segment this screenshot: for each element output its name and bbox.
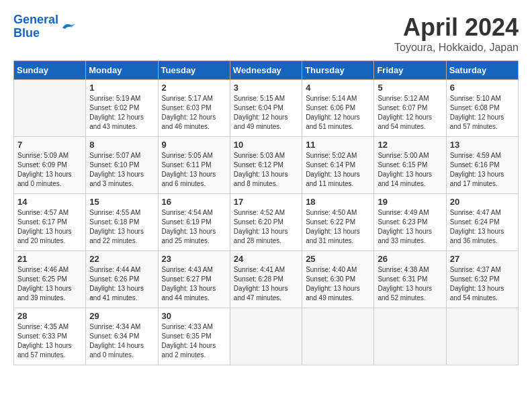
day-info: Sunrise: 5:10 AM Sunset: 6:08 PM Dayligh… bbox=[450, 94, 515, 132]
day-info: Sunrise: 5:19 AM Sunset: 6:02 PM Dayligh… bbox=[89, 94, 154, 132]
day-info: Sunrise: 4:54 AM Sunset: 6:19 PM Dayligh… bbox=[162, 208, 226, 246]
week-row-1: 1Sunrise: 5:19 AM Sunset: 6:02 PM Daylig… bbox=[14, 80, 519, 137]
col-header-wednesday: Wednesday bbox=[230, 61, 302, 80]
day-info: Sunrise: 4:47 AM Sunset: 6:24 PM Dayligh… bbox=[450, 208, 515, 246]
calendar-cell: 25Sunrise: 4:40 AM Sunset: 6:30 PM Dayli… bbox=[302, 251, 374, 308]
calendar-cell: 26Sunrise: 4:38 AM Sunset: 6:31 PM Dayli… bbox=[374, 251, 446, 308]
day-info: Sunrise: 4:38 AM Sunset: 6:31 PM Dayligh… bbox=[378, 265, 442, 303]
day-number: 24 bbox=[234, 254, 298, 264]
day-info: Sunrise: 5:05 AM Sunset: 6:11 PM Dayligh… bbox=[162, 151, 226, 189]
calendar-cell: 16Sunrise: 4:54 AM Sunset: 6:19 PM Dayli… bbox=[158, 194, 230, 251]
calendar-header: SundayMondayTuesdayWednesdayThursdayFrid… bbox=[14, 61, 519, 80]
col-header-monday: Monday bbox=[86, 61, 158, 80]
day-number: 19 bbox=[378, 197, 442, 207]
day-number: 25 bbox=[306, 254, 370, 264]
day-number: 8 bbox=[89, 140, 154, 150]
col-header-friday: Friday bbox=[374, 61, 446, 80]
day-number: 9 bbox=[162, 140, 226, 150]
day-number: 23 bbox=[162, 254, 226, 264]
calendar-cell: 29Sunrise: 4:34 AM Sunset: 6:34 PM Dayli… bbox=[86, 308, 158, 365]
col-header-tuesday: Tuesday bbox=[158, 61, 230, 80]
day-info: Sunrise: 4:57 AM Sunset: 6:17 PM Dayligh… bbox=[17, 208, 82, 246]
calendar-cell: 30Sunrise: 4:33 AM Sunset: 6:35 PM Dayli… bbox=[158, 308, 230, 365]
day-info: Sunrise: 5:17 AM Sunset: 6:03 PM Dayligh… bbox=[162, 94, 226, 132]
col-header-saturday: Saturday bbox=[446, 61, 518, 80]
logo: General Blue bbox=[13, 13, 76, 40]
day-info: Sunrise: 4:33 AM Sunset: 6:35 PM Dayligh… bbox=[162, 322, 226, 360]
day-number: 22 bbox=[89, 254, 154, 264]
day-info: Sunrise: 4:35 AM Sunset: 6:33 PM Dayligh… bbox=[17, 322, 82, 360]
calendar-cell bbox=[374, 308, 446, 365]
calendar-cell: 24Sunrise: 4:41 AM Sunset: 6:28 PM Dayli… bbox=[230, 251, 302, 308]
calendar-cell: 23Sunrise: 4:43 AM Sunset: 6:27 PM Dayli… bbox=[158, 251, 230, 308]
logo-text: General Blue bbox=[13, 13, 58, 40]
col-header-sunday: Sunday bbox=[14, 61, 86, 80]
location: Toyoura, Hokkaido, Japan bbox=[394, 42, 519, 54]
header-row: SundayMondayTuesdayWednesdayThursdayFrid… bbox=[14, 61, 519, 80]
day-info: Sunrise: 4:40 AM Sunset: 6:30 PM Dayligh… bbox=[306, 265, 370, 303]
day-info: Sunrise: 4:37 AM Sunset: 6:32 PM Dayligh… bbox=[450, 265, 515, 303]
day-info: Sunrise: 4:49 AM Sunset: 6:23 PM Dayligh… bbox=[378, 208, 442, 246]
day-number: 15 bbox=[89, 197, 154, 207]
calendar-cell: 28Sunrise: 4:35 AM Sunset: 6:33 PM Dayli… bbox=[14, 308, 86, 365]
calendar-cell: 12Sunrise: 5:00 AM Sunset: 6:15 PM Dayli… bbox=[374, 137, 446, 194]
calendar-cell: 22Sunrise: 4:44 AM Sunset: 6:26 PM Dayli… bbox=[86, 251, 158, 308]
calendar-table: SundayMondayTuesdayWednesdayThursdayFrid… bbox=[13, 60, 519, 365]
day-number: 26 bbox=[378, 254, 442, 264]
title-area: April 2024 Toyoura, Hokkaido, Japan bbox=[394, 13, 519, 54]
calendar-cell: 27Sunrise: 4:37 AM Sunset: 6:32 PM Dayli… bbox=[446, 251, 518, 308]
calendar-cell bbox=[230, 308, 302, 365]
week-row-2: 7Sunrise: 5:09 AM Sunset: 6:09 PM Daylig… bbox=[14, 137, 519, 194]
day-number: 6 bbox=[450, 83, 515, 93]
day-info: Sunrise: 4:41 AM Sunset: 6:28 PM Dayligh… bbox=[234, 265, 298, 303]
day-number: 20 bbox=[450, 197, 515, 207]
calendar-cell bbox=[302, 308, 374, 365]
day-info: Sunrise: 5:14 AM Sunset: 6:06 PM Dayligh… bbox=[306, 94, 370, 132]
day-info: Sunrise: 5:03 AM Sunset: 6:12 PM Dayligh… bbox=[234, 151, 298, 189]
calendar-cell: 14Sunrise: 4:57 AM Sunset: 6:17 PM Dayli… bbox=[14, 194, 86, 251]
day-number: 17 bbox=[234, 197, 298, 207]
page-header: General Blue April 2024 Toyoura, Hokkaid… bbox=[13, 13, 519, 54]
day-number: 12 bbox=[378, 140, 442, 150]
day-info: Sunrise: 4:55 AM Sunset: 6:18 PM Dayligh… bbox=[89, 208, 154, 246]
week-row-5: 28Sunrise: 4:35 AM Sunset: 6:33 PM Dayli… bbox=[14, 308, 519, 365]
day-info: Sunrise: 4:59 AM Sunset: 6:16 PM Dayligh… bbox=[450, 151, 515, 189]
day-number: 11 bbox=[306, 140, 370, 150]
day-number: 13 bbox=[450, 140, 515, 150]
calendar-cell: 6Sunrise: 5:10 AM Sunset: 6:08 PM Daylig… bbox=[446, 80, 518, 137]
calendar-cell: 9Sunrise: 5:05 AM Sunset: 6:11 PM Daylig… bbox=[158, 137, 230, 194]
calendar-cell: 5Sunrise: 5:12 AM Sunset: 6:07 PM Daylig… bbox=[374, 80, 446, 137]
day-info: Sunrise: 4:43 AM Sunset: 6:27 PM Dayligh… bbox=[162, 265, 226, 303]
calendar-cell: 1Sunrise: 5:19 AM Sunset: 6:02 PM Daylig… bbox=[86, 80, 158, 137]
week-row-4: 21Sunrise: 4:46 AM Sunset: 6:25 PM Dayli… bbox=[14, 251, 519, 308]
day-info: Sunrise: 4:34 AM Sunset: 6:34 PM Dayligh… bbox=[89, 322, 154, 360]
day-number: 30 bbox=[162, 311, 226, 321]
day-info: Sunrise: 4:46 AM Sunset: 6:25 PM Dayligh… bbox=[17, 265, 82, 303]
day-number: 18 bbox=[306, 197, 370, 207]
calendar-cell: 2Sunrise: 5:17 AM Sunset: 6:03 PM Daylig… bbox=[158, 80, 230, 137]
day-info: Sunrise: 5:07 AM Sunset: 6:10 PM Dayligh… bbox=[89, 151, 154, 189]
calendar-cell: 11Sunrise: 5:02 AM Sunset: 6:14 PM Dayli… bbox=[302, 137, 374, 194]
day-info: Sunrise: 5:02 AM Sunset: 6:14 PM Dayligh… bbox=[306, 151, 370, 189]
day-info: Sunrise: 5:09 AM Sunset: 6:09 PM Dayligh… bbox=[17, 151, 82, 189]
day-number: 3 bbox=[234, 83, 298, 93]
day-info: Sunrise: 4:44 AM Sunset: 6:26 PM Dayligh… bbox=[89, 265, 154, 303]
calendar-cell: 17Sunrise: 4:52 AM Sunset: 6:20 PM Dayli… bbox=[230, 194, 302, 251]
calendar-body: 1Sunrise: 5:19 AM Sunset: 6:02 PM Daylig… bbox=[14, 80, 519, 365]
calendar-cell: 19Sunrise: 4:49 AM Sunset: 6:23 PM Dayli… bbox=[374, 194, 446, 251]
day-number: 21 bbox=[17, 254, 82, 264]
calendar-cell: 4Sunrise: 5:14 AM Sunset: 6:06 PM Daylig… bbox=[302, 80, 374, 137]
calendar-cell: 8Sunrise: 5:07 AM Sunset: 6:10 PM Daylig… bbox=[86, 137, 158, 194]
day-info: Sunrise: 4:50 AM Sunset: 6:22 PM Dayligh… bbox=[306, 208, 370, 246]
day-info: Sunrise: 5:00 AM Sunset: 6:15 PM Dayligh… bbox=[378, 151, 442, 189]
calendar-cell: 21Sunrise: 4:46 AM Sunset: 6:25 PM Dayli… bbox=[14, 251, 86, 308]
week-row-3: 14Sunrise: 4:57 AM Sunset: 6:17 PM Dayli… bbox=[14, 194, 519, 251]
calendar-cell bbox=[14, 80, 86, 137]
calendar-cell: 7Sunrise: 5:09 AM Sunset: 6:09 PM Daylig… bbox=[14, 137, 86, 194]
day-info: Sunrise: 5:15 AM Sunset: 6:04 PM Dayligh… bbox=[234, 94, 298, 132]
logo-bird-icon bbox=[60, 20, 76, 34]
calendar-cell: 18Sunrise: 4:50 AM Sunset: 6:22 PM Dayli… bbox=[302, 194, 374, 251]
day-number: 4 bbox=[306, 83, 370, 93]
day-number: 27 bbox=[450, 254, 515, 264]
calendar-cell: 3Sunrise: 5:15 AM Sunset: 6:04 PM Daylig… bbox=[230, 80, 302, 137]
